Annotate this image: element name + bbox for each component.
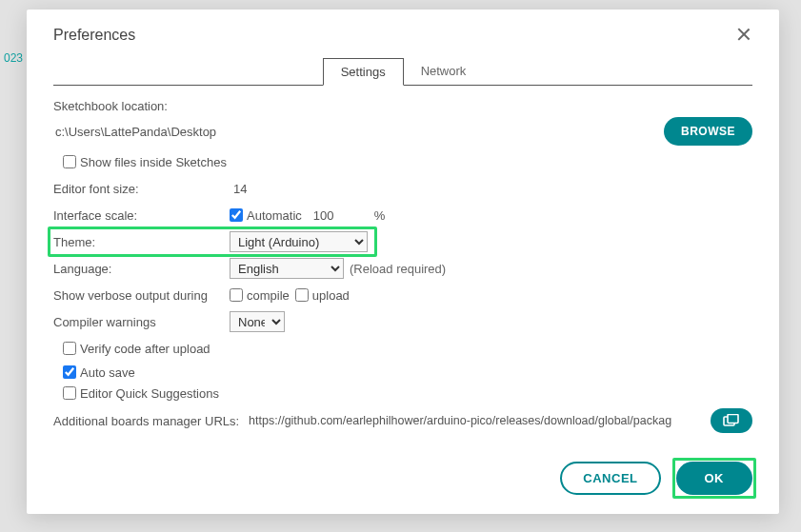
compiler-warnings-select[interactable]: None [230, 311, 285, 332]
preferences-dialog: Preferences Settings Network Sketchbook … [27, 10, 779, 514]
verbose-label: Show verbose output during [53, 288, 230, 303]
autosave-text: Auto save [80, 365, 135, 380]
tabs: Settings Network [53, 57, 752, 86]
close-icon[interactable] [735, 27, 752, 44]
verbose-compile-checkbox[interactable] [230, 288, 243, 302]
boards-urls-label: Additional boards manager URLs: [53, 414, 239, 428]
interface-scale-input[interactable] [310, 207, 357, 225]
browse-button[interactable]: BROWSE [664, 117, 752, 146]
boards-urls-input[interactable] [247, 410, 703, 431]
language-select[interactable]: English [230, 258, 344, 279]
verbose-upload-text: upload [312, 288, 350, 303]
interface-auto-text: Automatic [247, 208, 302, 223]
interface-scale-label: Interface scale: [53, 208, 230, 223]
verify-checkbox[interactable] [63, 342, 76, 355]
language-label: Language: [53, 262, 230, 276]
font-size-input[interactable] [230, 180, 277, 198]
dialog-title: Preferences [53, 27, 135, 44]
tab-network[interactable]: Network [404, 58, 484, 86]
compiler-warnings-label: Compiler warnings [53, 315, 230, 329]
verify-text: Verify code after upload [80, 342, 210, 356]
settings-panel: Sketchbook location: BROWSE Show files i… [27, 86, 779, 446]
expand-urls-button[interactable] [711, 408, 752, 433]
ok-button[interactable]: OK [676, 462, 753, 495]
quick-suggestions-label[interactable]: Editor Quick Suggestions [63, 386, 219, 401]
interface-auto-checkbox[interactable] [230, 208, 243, 222]
autosave-label[interactable]: Auto save [63, 365, 135, 380]
svg-rect-1 [728, 415, 738, 424]
verbose-compile-label[interactable]: compile [230, 288, 290, 303]
expand-icon [723, 414, 740, 427]
verbose-compile-text: compile [247, 288, 290, 303]
verify-label[interactable]: Verify code after upload [63, 342, 210, 356]
tab-settings[interactable]: Settings [323, 58, 404, 86]
verbose-upload-label[interactable]: upload [295, 288, 350, 303]
interface-scale-pct: % [374, 208, 386, 223]
dialog-header: Preferences [27, 10, 779, 51]
autosave-checkbox[interactable] [63, 365, 76, 379]
quick-suggestions-text: Editor Quick Suggestions [80, 386, 219, 401]
sketchbook-path-input[interactable] [53, 121, 654, 143]
verbose-upload-checkbox[interactable] [295, 288, 309, 302]
interface-auto-label[interactable]: Automatic [230, 208, 302, 223]
sketchbook-label: Sketchbook location: [53, 99, 752, 113]
theme-label: Theme: [53, 235, 230, 249]
cancel-button[interactable]: CANCEL [560, 462, 660, 495]
dialog-footer: CANCEL OK [27, 446, 779, 514]
reload-note: (Reload required) [350, 262, 446, 276]
show-files-text: Show files inside Sketches [80, 155, 227, 169]
theme-select[interactable]: Light (Arduino) [230, 231, 368, 252]
quick-suggestions-checkbox[interactable] [63, 386, 76, 400]
show-files-checkbox[interactable] [63, 155, 76, 168]
show-files-checkbox-label[interactable]: Show files inside Sketches [63, 155, 227, 169]
font-size-label: Editor font size: [53, 182, 230, 196]
